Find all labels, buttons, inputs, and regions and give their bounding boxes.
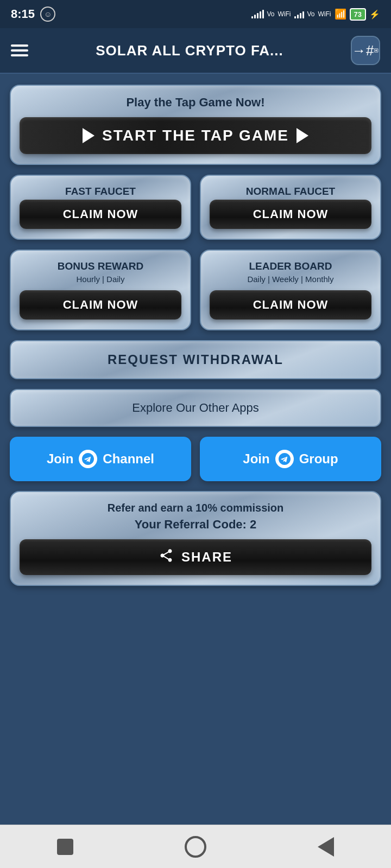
normal-faucet-card: NORMAL FAUCET CLAIM NOW — [200, 175, 381, 240]
bonus-reward-subtitle: Hourly | Daily — [20, 275, 181, 284]
status-time: 8:15 — [11, 7, 35, 21]
battery-indicator: 73 — [350, 8, 366, 21]
join-channel-text: Channel — [103, 451, 154, 467]
nav-square-icon — [57, 839, 73, 855]
explore-button[interactable]: Explore Our Other Apps — [10, 389, 381, 427]
logout-button[interactable]: →# — [351, 36, 380, 65]
normal-faucet-claim-button[interactable]: CLAIM NOW — [210, 200, 371, 229]
wifi-label-2: WiFi — [318, 10, 331, 18]
share-label: SHARE — [181, 550, 232, 565]
navigation-bar — [0, 825, 391, 868]
fast-faucet-title: FAST FAUCET — [20, 186, 181, 197]
telegram-channel-icon — [79, 450, 97, 468]
charging-icon: ⚡ — [369, 9, 380, 20]
join-channel-button[interactable]: Join Channel — [10, 437, 191, 481]
play-triangle-left — [83, 128, 94, 143]
nav-back-button[interactable] — [46, 828, 84, 866]
join-channel-label: Join — [47, 451, 73, 467]
explore-card: Explore Our Other Apps — [10, 389, 381, 427]
leader-board-card: LEADER BOARD Daily | Weekly | Monthly CL… — [200, 250, 381, 330]
signal-bars-1 — [251, 10, 264, 18]
telegram-group-icon — [275, 450, 294, 468]
join-group-label: Join — [243, 451, 269, 467]
bonus-leaderboard-grid: BONUS REWARD Hourly | Daily CLAIM NOW LE… — [10, 250, 381, 330]
normal-faucet-title: NORMAL FAUCET — [210, 186, 371, 197]
play-triangle-right — [297, 128, 308, 143]
vo-label-2: Vo — [307, 10, 315, 18]
status-right: Vo WiFi Vo WiFi 📶 73 ⚡ — [251, 8, 381, 21]
nav-recent-button[interactable] — [307, 828, 345, 866]
faucet-grid: FAST FAUCET CLAIM NOW NORMAL FAUCET CLAI… — [10, 175, 381, 240]
share-button[interactable]: SHARE — [20, 539, 371, 575]
bonus-reward-claim-button[interactable]: CLAIM NOW — [20, 290, 181, 320]
fast-faucet-claim-button[interactable]: CLAIM NOW — [20, 200, 181, 229]
status-bar: 8:15 ☺ Vo WiFi Vo WiFi 📶 73 ⚡ — [0, 0, 391, 28]
withdrawal-button[interactable]: REQUEST WITHDRAWAL — [10, 340, 381, 379]
main-content: Play the Tap Game Now! START THE TAP GAM… — [0, 74, 391, 825]
nav-circle-icon — [185, 836, 206, 858]
withdrawal-card: REQUEST WITHDRAWAL — [10, 340, 381, 379]
join-group-text: Group — [299, 451, 338, 467]
bonus-reward-title: BONUS REWARD — [20, 260, 181, 272]
bonus-reward-card: BONUS REWARD Hourly | Daily CLAIM NOW — [10, 250, 191, 330]
wifi-label-1: WiFi — [278, 10, 291, 18]
join-group-button[interactable]: Join Group — [200, 437, 381, 481]
telegram-grid: Join Channel Join Group — [10, 437, 381, 481]
referral-text: Refer and earn a 10% commission — [20, 502, 371, 514]
logout-icon: →# — [352, 42, 374, 59]
app-header: SOLAR ALL CRYPTO FA... →# — [0, 28, 391, 74]
vo-label-1: Vo — [267, 10, 275, 18]
hamburger-menu[interactable] — [11, 44, 28, 56]
leader-board-subtitle: Daily | Weekly | Monthly — [210, 275, 371, 284]
leader-board-claim-button[interactable]: CLAIM NOW — [210, 290, 371, 320]
leader-board-title: LEADER BOARD — [210, 260, 371, 272]
logout-icon-svg — [374, 42, 379, 59]
fast-faucet-card: FAST FAUCET CLAIM NOW — [10, 175, 191, 240]
referral-code: Your Referral Code: 2 — [20, 518, 371, 532]
tap-game-button[interactable]: START THE TAP GAME — [20, 117, 371, 154]
nav-home-button[interactable] — [176, 828, 215, 866]
referral-card: Refer and earn a 10% commission Your Ref… — [10, 491, 381, 586]
tap-game-card: Play the Tap Game Now! START THE TAP GAM… — [10, 85, 381, 165]
nav-triangle-icon — [318, 837, 334, 857]
share-icon — [159, 548, 174, 566]
tap-game-label: Play the Tap Game Now! — [20, 95, 371, 110]
wifi-icon: 📶 — [335, 8, 346, 20]
notification-icon: ☺ — [40, 7, 55, 22]
page-title: SOLAR ALL CRYPTO FA... — [96, 42, 283, 59]
signal-bars-2 — [294, 10, 304, 18]
